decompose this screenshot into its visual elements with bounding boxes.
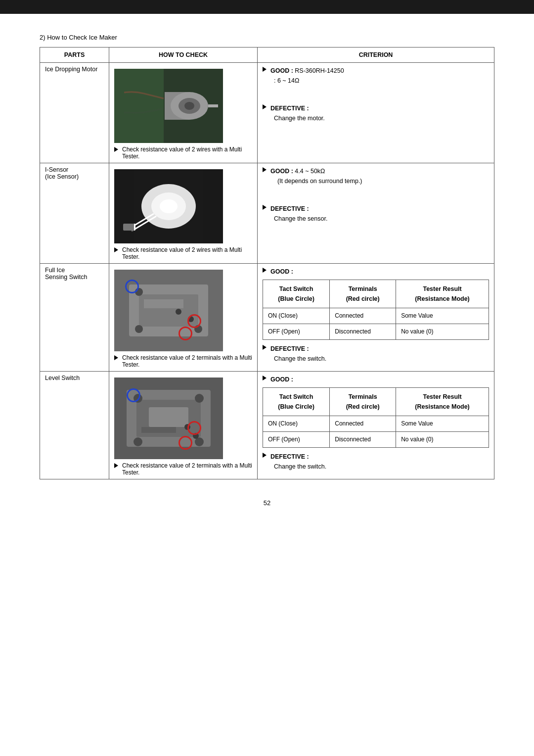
inner-table-row: ON (Close) Connected Some Value [263, 308, 489, 324]
top-bar [0, 0, 534, 14]
tact-off: OFF (Open) [263, 324, 330, 340]
inner-header-terminals-level: Terminals(Red circle) [330, 388, 396, 416]
criterion-defective-full-ice: DEFECTIVE : Change the switch. [263, 344, 489, 364]
criterion-level-switch: GOOD : Tact Switch(Blue Circle) Terminal… [258, 372, 494, 479]
good-section-sensor: GOOD : 4.4 ~ 50kΩ (It depends on surroun… [263, 166, 489, 186]
header-criterion: CRITERION [258, 47, 494, 63]
part-name-ice-motor: Ice Dropping Motor [40, 63, 109, 163]
terminals-disconnected-level: Disconnected [330, 432, 396, 448]
inner-table-header-row: Tact Switch(Blue Circle) Terminals(Red c… [263, 280, 489, 308]
inner-header-tact: Tact Switch(Blue Circle) [263, 280, 330, 308]
defective-level-value: DEFECTIVE : Change the switch. [270, 452, 326, 472]
triangle-icon [114, 147, 118, 152]
inner-header-tester-level: Tester Result(Resistance Mode) [396, 388, 489, 416]
criterion-defective-level: DEFECTIVE : Change the switch. [263, 452, 489, 472]
table-header-row: PARTS HOW TO CHECK CRITERION [40, 47, 494, 63]
good-section-full-ice: GOOD : Tact Switch(Blue Circle) Terminal… [263, 267, 489, 340]
defective-section-full-ice: DEFECTIVE : Change the switch. [263, 344, 489, 364]
inner-header-tact-level: Tact Switch(Blue Circle) [263, 388, 330, 416]
good-label: GOOD : RS-360RH-14250 : 6 ~ 14Ω [270, 66, 344, 86]
check-note-level-switch: Check resistance value of 2 terminals wi… [114, 462, 252, 476]
criterion-full-ice: GOOD : Tact Switch(Blue Circle) Terminal… [258, 264, 494, 372]
level-switch-image-container [114, 378, 223, 459]
svg-point-11 [160, 199, 178, 213]
triangle-good-full-ice-icon [263, 268, 267, 273]
triangle-defective-icon [263, 104, 267, 109]
criterion-good-motor: GOOD : RS-360RH-14250 : 6 ~ 14Ω [263, 66, 489, 86]
page-content: 2) How to Check Ice Maker PARTS HOW TO C… [0, 14, 534, 536]
main-table: PARTS HOW TO CHECK CRITERION Ice Droppin… [40, 47, 494, 479]
motor-svg [114, 69, 223, 143]
triangle-defective-level-icon [263, 453, 267, 458]
tact-on: ON (Close) [263, 308, 330, 324]
terminals-connected-level: Connected [330, 416, 396, 432]
triangle-defective-sensor-icon [263, 205, 267, 210]
table-row: Full IceSensing Switch [40, 264, 494, 372]
tact-on-level: ON (Close) [263, 416, 330, 432]
svg-rect-6 [208, 104, 218, 107]
sensor-svg [114, 169, 223, 243]
svg-rect-15 [114, 169, 134, 243]
inner-table-level: Tact Switch(Blue Circle) Terminals(Red c… [263, 387, 489, 448]
triangle-defective-full-ice-icon [263, 345, 267, 350]
how-check-ice-motor: Check resistance value of 2 wires with a… [109, 63, 258, 163]
result-some-value: Some Value [396, 308, 489, 324]
tact-off-level: OFF (Open) [263, 432, 330, 448]
red-circle2-full-ice [178, 327, 192, 340]
how-check-sensor: Check resistance value of 2 wires with a… [109, 163, 258, 264]
how-check-level-switch: Check resistance value of 2 terminals wi… [109, 372, 258, 479]
criterion-good-full-ice: GOOD : [263, 267, 489, 277]
inner-table-header-row: Tact Switch(Blue Circle) Terminals(Red c… [263, 388, 489, 416]
triangle-good-icon [263, 67, 267, 72]
triangle-icon-level [114, 463, 118, 468]
blue-circle-level [127, 388, 140, 402]
result-no-value: No value (0) [396, 324, 489, 340]
good-section-motor: GOOD : RS-360RH-14250 : 6 ~ 14Ω [263, 66, 489, 86]
good-section-level: GOOD : Tact Switch(Blue Circle) Terminal… [263, 375, 489, 448]
triangle-icon-full-ice [114, 355, 118, 360]
table-row: Level Switch [40, 372, 494, 479]
page-number: 52 [40, 499, 494, 507]
svg-rect-16 [203, 169, 223, 243]
header-how-to-check: HOW TO CHECK [109, 47, 258, 63]
criterion-good-sensor: GOOD : 4.4 ~ 50kΩ (It depends on surroun… [263, 166, 489, 186]
svg-point-23 [176, 309, 181, 315]
inner-table-row: OFF (Open) Disconnected No value (0) [263, 324, 489, 340]
criterion-defective-motor: DEFECTIVE : Change the motor. [263, 103, 489, 123]
inner-table-row: OFF (Open) Disconnected No value (0) [263, 432, 489, 448]
sensor-name: I-Sensor(Ice Sensor) [45, 166, 79, 180]
criterion-ice-motor: GOOD : RS-360RH-14250 : 6 ~ 14Ω DEFECTIV… [258, 63, 494, 163]
check-note-full-ice: Check resistance value of 2 terminals wi… [114, 354, 252, 368]
sensor-image-container [114, 169, 223, 243]
svg-point-30 [195, 394, 204, 403]
full-ice-image-container [114, 270, 223, 351]
svg-rect-33 [149, 407, 188, 427]
defective-label: DEFECTIVE : Change the motor. [270, 103, 325, 123]
motor-photo [114, 69, 223, 143]
defective-sensor-value: DEFECTIVE : Change the sensor. [270, 204, 327, 224]
svg-point-32 [134, 437, 142, 446]
inner-table-full-ice: Tact Switch(Blue Circle) Terminals(Red c… [263, 280, 489, 340]
criterion-sensor: GOOD : 4.4 ~ 50kΩ (It depends on surroun… [258, 163, 494, 264]
motor-image-container [114, 69, 223, 143]
full-ice-name: Full IceSensing Switch [45, 267, 87, 281]
svg-rect-25 [144, 299, 183, 308]
table-row: I-Sensor(Ice Sensor) [40, 163, 494, 264]
sensor-photo [114, 169, 223, 243]
triangle-icon-sensor [114, 247, 118, 252]
triangle-good-level-icon [263, 376, 267, 380]
good-sensor-value: GOOD : 4.4 ~ 50kΩ (It depends on surroun… [270, 166, 362, 186]
svg-point-22 [135, 325, 143, 333]
part-name-full-ice: Full IceSensing Switch [40, 264, 109, 372]
how-check-full-ice: Check resistance value of 2 terminals wi… [109, 264, 258, 372]
defective-section-sensor: DEFECTIVE : Change the sensor. [263, 204, 489, 224]
red-circle2-level [178, 436, 192, 450]
check-note-motor: Check resistance value of 2 wires with a… [114, 146, 252, 160]
defective-full-ice-value: DEFECTIVE : Change the switch. [270, 344, 326, 364]
svg-rect-7 [114, 69, 164, 143]
svg-rect-34 [141, 427, 176, 433]
criterion-defective-sensor: DEFECTIVE : Change the sensor. [263, 204, 489, 224]
inner-header-terminals: Terminals(Red circle) [330, 280, 396, 308]
svg-point-5 [184, 102, 194, 110]
red-circle-level [187, 421, 201, 435]
